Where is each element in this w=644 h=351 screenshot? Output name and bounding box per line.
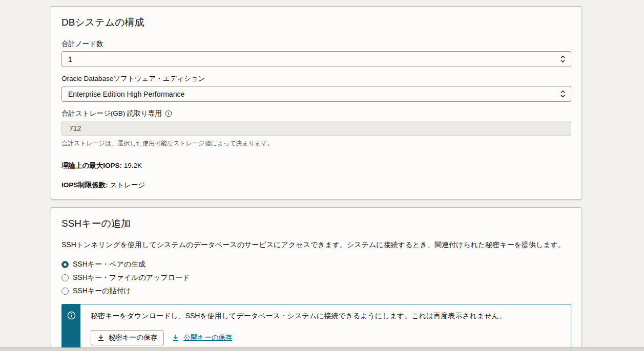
storage-label: 合計ストレージ(GB) 読取り専用 (61, 109, 162, 118)
edition-field: Oracle Databaseソフトウェア・エディション Enterprise … (61, 74, 571, 102)
storage-helper-text: 合計ストレージは、選択した使用可能なストレージ値によって決まります。 (61, 139, 571, 148)
ssh-key-radio-group: SSHキー・ペアの生成 SSHキー・ファイルのアップロード SSHキーの貼付け (61, 260, 571, 296)
radio-paste-ssh-key[interactable]: SSHキーの貼付け (61, 287, 571, 296)
save-public-key-label: 公開キーの保存 (183, 333, 232, 342)
ssh-key-panel: SSHキーの追加 SSHトンネリングを使用してシステムのデータベースのサービスに… (51, 207, 582, 351)
save-public-key-link[interactable]: 公開キーの保存 (172, 333, 232, 342)
save-private-key-label: 秘密キーの保存 (109, 333, 157, 342)
radio-label: SSHキーの貼付け (73, 287, 131, 296)
bottom-bar (0, 347, 644, 351)
storage-field: 合計ストレージ(GB) 読取り専用 712 合計ストレージは、選択した使用可能な… (61, 109, 571, 148)
radio-upload-ssh-key-file[interactable]: SSHキー・ファイルのアップロード (61, 273, 571, 282)
iops-factor-label: IOPS制限係数: (61, 181, 108, 189)
download-icon (172, 334, 179, 341)
storage-value: 712 (69, 124, 81, 133)
info-banner-body: 秘密キーをダウンロードし、SSHを使用してデータベース・システムに接続できるよう… (80, 304, 571, 351)
save-private-key-button[interactable]: 秘密キーの保存 (91, 330, 164, 345)
info-circle-icon (67, 311, 76, 351)
edition-label: Oracle Databaseソフトウェア・エディション (61, 74, 571, 83)
node-count-field: 合計ノード数 1 (61, 39, 571, 67)
key-save-buttons: 秘密キーの保存 公開キーの保存 (91, 330, 560, 345)
info-banner-message: 秘密キーをダウンロードし、SSHを使用してデータベース・システムに接続できるよう… (91, 312, 560, 321)
iops-factor-row: IOPS制限係数: ストレージ (61, 181, 571, 190)
max-iops-label: 理論上の最大IOPS: (61, 162, 122, 169)
radio-button[interactable] (61, 288, 69, 295)
node-count-select[interactable]: 1 (61, 51, 571, 67)
stepper-icon (560, 90, 566, 98)
node-count-label: 合計ノード数 (61, 39, 571, 49)
edition-value: Enterprise Edition High Performance (68, 90, 184, 98)
radio-label: SSHキー・ペアの生成 (73, 260, 146, 269)
edition-select[interactable]: Enterprise Edition High Performance (61, 86, 571, 102)
max-iops-value: 19.2K (124, 162, 142, 169)
radio-label: SSHキー・ファイルのアップロード (73, 273, 190, 282)
ssh-key-description: SSHトンネリングを使用してシステムのデータベースのサービスにアクセスできます。… (61, 240, 571, 250)
info-icon[interactable] (165, 110, 172, 117)
storage-input: 712 (61, 121, 571, 136)
max-iops-row: 理論上の最大IOPS: 19.2K (61, 161, 571, 170)
radio-generate-ssh-key-pair[interactable]: SSHキー・ペアの生成 (61, 260, 571, 269)
radio-button[interactable] (61, 274, 69, 281)
info-banner-strip (62, 304, 80, 351)
info-banner: 秘密キーをダウンロードし、SSHを使用してデータベース・システムに接続できるよう… (61, 304, 571, 351)
ssh-key-title: SSHキーの追加 (61, 217, 571, 230)
iops-factor-value: ストレージ (110, 181, 146, 189)
download-icon (97, 334, 105, 341)
node-count-value: 1 (68, 55, 72, 63)
content-area: DBシステムの構成 合計ノード数 1 Oracle Databaseソフトウェア… (0, 0, 582, 351)
db-config-panel: DBシステムの構成 合計ノード数 1 Oracle Databaseソフトウェア… (51, 6, 582, 200)
radio-button-selected[interactable] (61, 261, 69, 268)
stepper-icon (560, 55, 566, 63)
db-config-title: DBシステムの構成 (61, 16, 571, 29)
